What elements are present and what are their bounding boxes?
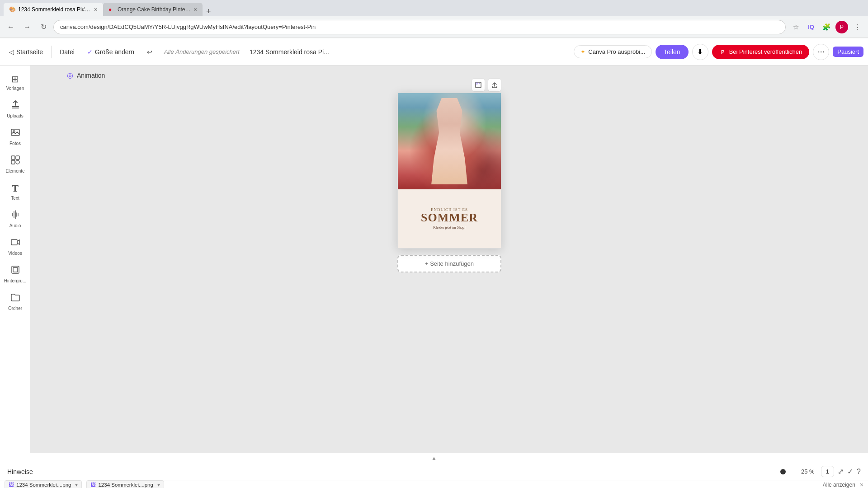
resize-label: Größe ändern (95, 48, 134, 56)
vorlagen-label: Vorlagen (6, 86, 24, 91)
file1-close[interactable]: ▾ (75, 482, 78, 488)
address-bar[interactable] (53, 20, 786, 34)
zoom-dot (780, 469, 786, 474)
browser-actions: ☆ IQ 🧩 P ⋮ (789, 21, 863, 33)
file-button[interactable]: Datei (55, 46, 79, 58)
sidebar-item-uploads[interactable]: Uploads (2, 96, 28, 122)
project-title-text: 1234 Sommerkleid rosa Pi... (250, 48, 329, 56)
show-all-button[interactable]: Alle anzeigen (823, 482, 855, 488)
file2-name: 1234 Sommerklei....png (98, 482, 153, 488)
hintergru-label: Hintergru... (4, 278, 26, 283)
canva-pro-label: Canva Pro ausprobi... (588, 48, 645, 55)
resize-icon: ✓ (87, 48, 93, 56)
back-button[interactable]: ← (5, 21, 17, 33)
text-label: Text (11, 196, 19, 201)
browser-chrome: 🎨 1234 Sommerkleid rosa Pi#1 – × ● Orang… (0, 0, 868, 38)
fotos-label: Fotos (9, 141, 21, 146)
tab1-favicon: 🎨 (9, 6, 15, 13)
undo-icon: ↩ (147, 48, 152, 56)
hinweise-label: Hinweise (7, 468, 33, 475)
svg-rect-0 (12, 106, 19, 107)
zoom-value: 25 % (798, 468, 817, 475)
pinterest-icon: P (719, 48, 726, 56)
autosave-text: Alle Änderungen gespeichert (164, 48, 240, 55)
back-arrow-icon: ◁ (9, 48, 14, 56)
sidebar-item-elemente[interactable]: Elemente (2, 151, 28, 177)
svg-rect-6 (11, 160, 15, 164)
help-button[interactable]: ? (857, 468, 861, 476)
close-files-button[interactable]: × (860, 481, 863, 488)
file2-icon: 🖼 (90, 482, 96, 488)
add-page-label: + Seite hinzufügen (425, 260, 474, 267)
undo-button[interactable]: ↩ (142, 46, 157, 58)
check-button[interactable]: ✓ (847, 467, 853, 476)
topbar-divider1 (51, 46, 52, 58)
forward-button[interactable]: → (21, 21, 33, 33)
file-chip-2[interactable]: 🖼 1234 Sommerklei....png ▾ (86, 480, 164, 488)
design-canvas[interactable]: ENDLICH IST ES SOMMER Kleider jetzt im S… (397, 93, 501, 249)
svg-rect-8 (11, 239, 17, 245)
sidebar-item-fotos[interactable]: Fotos (2, 124, 28, 150)
back-home-button[interactable]: ◁ Startseite (5, 46, 47, 58)
tab1-label: 1234 Sommerkleid rosa Pi#1 – (18, 6, 91, 13)
tab-active[interactable]: 🎨 1234 Sommerkleid rosa Pi#1 – × (4, 3, 103, 16)
pinterest-label: Bei Pinterest veröffentlichen (729, 48, 802, 55)
file-chip-1[interactable]: 🖼 1234 Sommerklei....png ▾ (5, 480, 82, 488)
canvas-main-text: SOMMER (421, 212, 478, 224)
tab1-close[interactable]: × (94, 6, 98, 13)
tab-inactive[interactable]: ● Orange Cake Birthday Pinterest × (103, 3, 203, 16)
bottom-drag-handle[interactable]: ▲ (0, 453, 868, 463)
new-tab-button[interactable]: + (203, 7, 215, 16)
canvas-share-button[interactable] (488, 78, 501, 92)
more-options-button[interactable]: ··· (813, 44, 829, 60)
bookmark-star-icon[interactable]: ☆ (789, 21, 802, 33)
share-label: Teilen (664, 48, 680, 56)
show-all-label: Alle anzeigen (823, 482, 855, 488)
canva-extension-icon[interactable]: IQ (805, 21, 817, 33)
ordner-label: Ordner (8, 306, 22, 311)
drag-up-icon: ▲ (431, 455, 437, 461)
pause-label: Pausiert (837, 48, 859, 55)
download-button[interactable]: ⬇ (692, 44, 708, 60)
tab2-close[interactable]: × (193, 6, 197, 13)
files-bar: 🖼 1234 Sommerklei....png ▾ 🖼 1234 Sommer… (0, 480, 868, 488)
pinterest-publish-button[interactable]: P Bei Pinterest veröffentlichen (712, 45, 810, 59)
resize-button[interactable]: ✓ Größe ändern (83, 46, 139, 58)
canva-pro-button[interactable]: ✦ Canva Pro ausprobi... (574, 45, 652, 58)
fotos-icon (10, 127, 20, 140)
canvas-bottom-text: Kleider jetzt im Shop! (433, 225, 465, 230)
back-home-label: Startseite (16, 48, 43, 56)
canvas-crop-button[interactable] (472, 78, 485, 92)
canvas-text-area: ENDLICH IST ES SOMMER Kleider jetzt im S… (398, 189, 501, 248)
animation-bar: ◎ Animation (67, 71, 105, 80)
project-title-button[interactable]: 1234 Sommerkleid rosa Pi... (243, 46, 335, 58)
profile-icon[interactable]: P (835, 21, 848, 33)
page-indicator[interactable]: 1 (821, 466, 834, 477)
add-page-button[interactable]: + Seite hinzufügen (397, 255, 501, 272)
zoom-control: ― 25 % 1 ⤢ ✓ ? (780, 466, 861, 477)
tab2-label: Orange Cake Birthday Pinterest (118, 6, 191, 13)
svg-rect-10 (13, 267, 18, 272)
fullscreen-button[interactable]: ⤢ (838, 467, 844, 476)
pause-button[interactable]: Pausiert (833, 47, 863, 57)
sidebar-item-videos[interactable]: Videos (2, 234, 28, 259)
svg-rect-5 (16, 156, 19, 160)
svg-point-7 (16, 160, 19, 164)
reload-button[interactable]: ↻ (37, 21, 50, 33)
menu-icon[interactable]: ⋮ (851, 21, 863, 33)
vorlagen-icon: ⊞ (11, 74, 19, 84)
file2-close[interactable]: ▾ (157, 482, 160, 488)
app-topbar: ◁ Startseite Datei ✓ Größe ändern ↩ Alle… (0, 38, 868, 66)
sidebar-item-vorlagen[interactable]: ⊞ Vorlagen (2, 70, 28, 94)
sidebar-item-audio[interactable]: Audio (2, 206, 28, 232)
svg-rect-1 (12, 108, 19, 108)
more-dots-icon: ··· (818, 47, 825, 56)
canvas-area[interactable]: ◎ Animation (31, 66, 868, 453)
videos-label: Videos (8, 251, 22, 256)
sidebar-item-ordner[interactable]: Ordner (2, 289, 28, 314)
extensions-icon[interactable]: 🧩 (820, 21, 833, 33)
sidebar-item-text[interactable]: T Text (2, 179, 28, 204)
left-sidebar: ⊞ Vorlagen Uploads (0, 66, 31, 453)
share-button[interactable]: Teilen (656, 45, 689, 59)
sidebar-item-hintergru[interactable]: Hintergru... (2, 261, 28, 287)
